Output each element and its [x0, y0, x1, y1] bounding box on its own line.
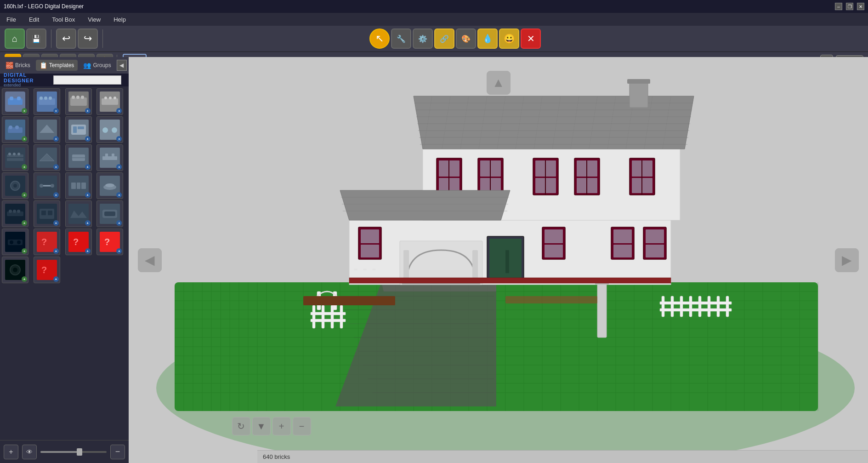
brand: DIGITAL DESIGNER extended: [4, 72, 47, 88]
window-title: 160h.lxf - LEGO Digital Designer: [4, 3, 84, 10]
svg-rect-210: [689, 296, 692, 317]
menu-edit[interactable]: Edit: [26, 15, 42, 24]
svg-rect-158: [472, 250, 478, 282]
menu-help[interactable]: Help: [111, 15, 129, 24]
zoom-controls: ↻ ▼ + −: [232, 417, 311, 435]
redo-button[interactable]: ↪: [78, 29, 98, 49]
svg-rect-131: [372, 269, 376, 270]
svg-rect-25: [7, 158, 23, 161]
part-item[interactable]: +: [2, 144, 28, 171]
toolbar-sep-1: [51, 29, 51, 48]
part-item[interactable]: +: [96, 116, 123, 143]
part-add-icon: +: [22, 136, 27, 142]
part-item[interactable]: ? +: [34, 229, 60, 255]
save-button[interactable]: 💾: [26, 29, 46, 49]
svg-rect-31: [102, 156, 117, 160]
templates-tab-icon: 📋: [40, 62, 47, 69]
bricks-tab-icon: 🧱: [6, 62, 13, 69]
panel-add-button[interactable]: +: [4, 445, 18, 459]
svg-rect-170: [646, 245, 664, 257]
part-add-icon: +: [116, 192, 122, 198]
zoom-in-button[interactable]: +: [272, 417, 291, 435]
minimize-button[interactable]: –: [835, 3, 842, 10]
part-item[interactable]: +: [34, 116, 60, 143]
svg-rect-32: [105, 154, 108, 158]
svg-rect-20: [73, 126, 77, 133]
menu-toolbox[interactable]: Tool Box: [49, 15, 78, 24]
parts-search-input[interactable]: [53, 75, 121, 85]
delete-button[interactable]: ✕: [521, 29, 541, 49]
zoom-slider-thumb[interactable]: [77, 448, 82, 456]
part-add-icon: +: [22, 108, 27, 114]
part-item[interactable]: +: [96, 172, 123, 199]
menu-file[interactable]: File: [4, 15, 19, 24]
undo-button[interactable]: ↩: [56, 29, 76, 49]
paint-button[interactable]: 🎨: [456, 29, 476, 49]
svg-text:?: ?: [41, 265, 47, 275]
part-item[interactable]: +: [34, 144, 60, 171]
parts-grid-container[interactable]: + + + + + +: [0, 86, 129, 440]
tab-groups[interactable]: 👥 Groups: [79, 60, 114, 71]
svg-rect-28: [17, 153, 20, 155]
part-item[interactable]: ? +: [34, 257, 60, 283]
templates-tab-label: Templates: [49, 62, 74, 69]
part-item[interactable]: +: [34, 200, 60, 227]
panel-zoom-out[interactable]: −: [110, 445, 125, 459]
part-item[interactable]: +: [2, 200, 28, 227]
flex-button[interactable]: 🔗: [434, 29, 454, 49]
zoom-out-button[interactable]: −: [293, 417, 311, 435]
eyedropper-button[interactable]: 💧: [477, 29, 498, 49]
select-tool-button[interactable]: ↖: [369, 29, 390, 49]
svg-rect-9: [76, 96, 79, 99]
part-item[interactable]: +: [34, 88, 60, 115]
svg-point-54: [10, 240, 13, 244]
part-item[interactable]: +: [65, 200, 92, 227]
restore-button[interactable]: ❐: [846, 3, 853, 10]
add-brick-button[interactable]: 🔧: [391, 29, 411, 49]
tab-bricks[interactable]: 🧱 Bricks: [2, 60, 34, 71]
menu-view[interactable]: View: [85, 15, 103, 24]
left-panel: 🧱 Bricks 📋 Templates 👥 Groups ◀ DIGITAL …: [0, 57, 129, 463]
part-item[interactable]: +: [34, 172, 60, 199]
part-item[interactable]: +: [96, 144, 123, 171]
part-item[interactable]: +: [2, 88, 28, 115]
svg-rect-46: [13, 210, 16, 213]
panel-view-button[interactable]: 👁: [22, 445, 37, 459]
part-item[interactable]: +: [65, 144, 92, 171]
part-item[interactable]: ? +: [65, 229, 92, 255]
part-item[interactable]: +: [96, 200, 123, 227]
part-add-icon: +: [85, 248, 91, 254]
part-item[interactable]: +: [2, 257, 28, 283]
svg-marker-18: [40, 125, 54, 133]
nav-right-button[interactable]: ▶: [835, 248, 859, 272]
svg-rect-39: [71, 183, 76, 189]
rotate-view-left-button[interactable]: ↻: [232, 417, 250, 435]
part-item[interactable]: +: [65, 116, 92, 143]
svg-rect-219: [349, 278, 671, 283]
svg-point-35: [13, 184, 17, 188]
svg-rect-161: [505, 250, 509, 273]
svg-rect-194: [627, 79, 650, 84]
svg-rect-200: [322, 305, 324, 328]
tab-templates[interactable]: 📋 Templates: [36, 60, 78, 71]
part-item[interactable]: +: [96, 88, 123, 115]
close-button[interactable]: ✕: [857, 3, 864, 10]
panel-collapse-button[interactable]: ◀: [117, 60, 127, 71]
part-item[interactable]: +: [2, 172, 28, 199]
svg-rect-17: [15, 126, 19, 129]
part-item[interactable]: +: [2, 116, 28, 143]
part-item[interactable]: +: [2, 229, 28, 255]
zoom-down-button[interactable]: ▼: [252, 417, 271, 435]
nav-left-button[interactable]: ◀: [138, 248, 162, 272]
part-item[interactable]: ? +: [96, 229, 123, 255]
zoom-slider[interactable]: [40, 451, 107, 453]
part-item[interactable]: +: [65, 88, 92, 115]
part-add-icon: +: [53, 248, 59, 254]
svg-rect-47: [17, 210, 20, 213]
clone-button[interactable]: 😀: [499, 29, 519, 49]
hinge-button[interactable]: ⚙️: [413, 29, 433, 49]
part-item[interactable]: +: [65, 172, 92, 199]
toolbar-group-nav: ⌂ 💾: [5, 29, 46, 49]
home-button[interactable]: ⌂: [5, 29, 25, 49]
nav-up-button[interactable]: ▲: [487, 71, 511, 95]
